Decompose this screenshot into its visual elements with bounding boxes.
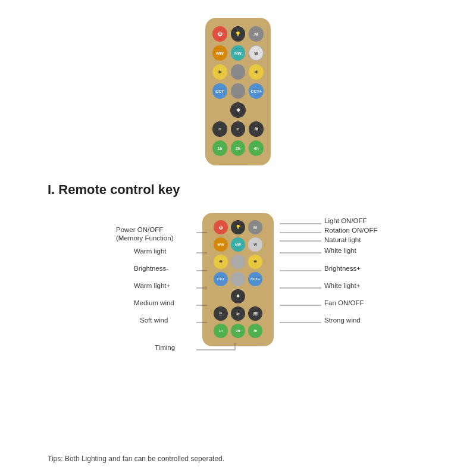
label-brightness-minus: Brightness-	[134, 265, 168, 272]
fan-btn-img: ❋	[230, 102, 246, 118]
section-title: I. Remote control key	[0, 165, 476, 207]
label-timing: Timing	[155, 344, 175, 351]
d-w-btn: W	[248, 237, 262, 252]
label-fan-on-off: Fan ON/OFF	[324, 299, 364, 306]
label-power-on-off: Power ON/OFF	[116, 226, 163, 233]
w-btn-img: W	[249, 45, 264, 61]
tips-text: Tips: Both Lighting and fan can be contr…	[48, 455, 224, 463]
d-1h-btn: 1h	[214, 324, 228, 338]
d-mid-btn	[231, 255, 245, 269]
d-ww-btn: WW	[214, 237, 228, 252]
d-dimdown-btn: ✳	[214, 255, 228, 269]
d-light-btn: 💡	[231, 220, 245, 234]
nw-btn-img: NW	[231, 45, 246, 61]
d-wind1-btn: ≡	[214, 306, 228, 321]
d-4h-btn: 4h	[248, 324, 262, 338]
d-wind2-btn: ≈	[231, 306, 245, 321]
label-white-light: White light	[324, 247, 356, 254]
1h-btn-img: 1h	[212, 140, 227, 156]
d-mid2-btn	[231, 272, 245, 286]
d-power-btn: ⏻	[214, 220, 228, 234]
4h-btn-img: 4h	[249, 140, 264, 156]
d-nw-btn: NW	[231, 237, 245, 252]
wind1-btn-img: ≡	[212, 121, 227, 137]
label-memory-function: (Memory Function)	[116, 234, 174, 242]
2h-btn-img: 2h	[231, 140, 246, 156]
label-warm-light-plus: Warm light+	[134, 282, 170, 289]
d-m-btn: M	[248, 220, 262, 234]
label-natural-light: Natural light	[324, 236, 361, 243]
label-warm-light: Warm light	[134, 248, 167, 255]
d-cct-btn: CCT	[214, 272, 228, 286]
label-light-on-off: Light ON/OFF	[324, 217, 367, 224]
dimdown-btn-img: ✳	[212, 64, 227, 80]
remote-image-area: ⏻ 💡 M WW NW W ✳ ✳ CCT CCT+ ❋ ≡ ≈ ≋ 1h	[0, 0, 476, 165]
d-fan-btn: ❋	[231, 289, 245, 303]
d-2h-btn: 2h	[231, 324, 245, 338]
cct-btn-img: CCT	[212, 83, 227, 99]
label-soft-wind: Soft wind	[140, 317, 168, 324]
d-cctplus-btn: CCT+	[248, 272, 262, 286]
remote-diagram: ⏻ 💡 M WW NW W ✳ ✳ CCT CCT+ ❋ ≡ ≈ ≋ 1h	[202, 213, 274, 346]
mid2-btn-img	[231, 83, 246, 99]
label-medium-wind: Medium wind	[134, 299, 174, 306]
ww-btn-img: WW	[212, 45, 227, 61]
wind3-btn-img: ≋	[249, 121, 264, 137]
diagram-area: ⏻ 💡 M WW NW W ✳ ✳ CCT CCT+ ❋ ≡ ≈ ≋ 1h	[0, 207, 476, 392]
wind2-btn-img: ≈	[231, 121, 246, 137]
label-brightness-plus: Brightness+	[324, 265, 361, 272]
light-btn-img: 💡	[231, 26, 246, 42]
label-strong-wind: Strong wind	[324, 317, 361, 324]
d-wind3-btn: ≋	[248, 306, 262, 321]
label-rotation-on-off: Rotation ON/OFF	[324, 227, 377, 234]
power-btn-img: ⏻	[212, 26, 227, 42]
remote-control-image: ⏻ 💡 M WW NW W ✳ ✳ CCT CCT+ ❋ ≡ ≈ ≋ 1h	[205, 18, 271, 165]
m-btn-img: M	[249, 26, 264, 42]
d-dimup-btn: ✳	[248, 255, 262, 269]
dimup-btn-img: ✳	[249, 64, 264, 80]
cctplus-btn-img: CCT+	[249, 83, 264, 99]
mid-btn-img	[231, 64, 246, 80]
label-white-light-plus: White light+	[324, 282, 360, 289]
